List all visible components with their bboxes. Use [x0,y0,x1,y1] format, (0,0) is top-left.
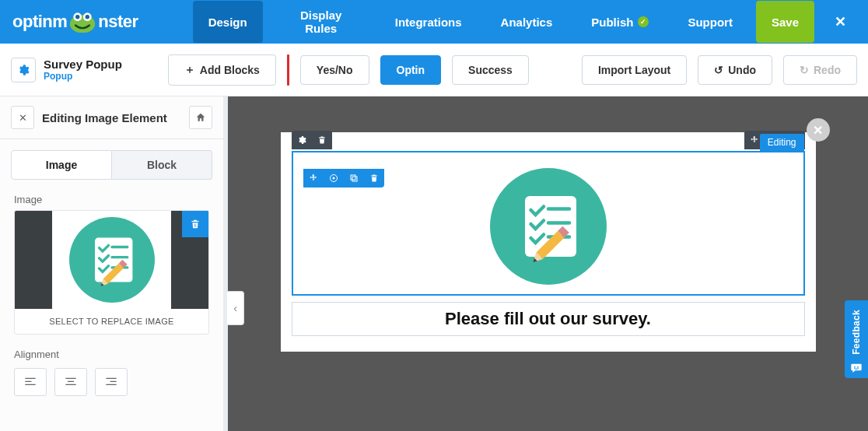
feedback-tab[interactable]: Feedback [845,300,868,378]
alignment-label: Alignment [0,342,223,365]
nav-design[interactable]: Design [193,1,263,43]
survey-clipboard-icon [490,168,607,285]
undo-icon: ↺ [714,64,723,76]
undo-label: Undo [728,64,756,76]
campaign-label: Survey Popup Popup [11,58,122,82]
trash-icon [190,218,201,230]
align-left-button[interactable] [14,368,47,396]
gear-icon [17,64,30,76]
column-toolbar [292,131,332,149]
mascot-icon [68,11,96,33]
editing-badge: Editing [760,134,804,151]
redo-label: Redo [814,64,841,76]
element-toolbar [303,169,384,187]
check-icon: ✓ [638,16,649,27]
element-settings-button[interactable] [324,169,344,187]
image-preview [15,211,208,309]
svg-point-16 [332,177,334,180]
top-nav: optinm nster Design Display Rules Integr… [0,0,868,44]
move-icon [750,135,759,145]
move-icon [309,173,318,183]
tab-image[interactable]: Image [11,150,112,180]
popup-preview: ✕ [281,132,816,352]
view-yesno-button[interactable]: Yes/No [300,55,369,85]
gear-icon [297,135,306,145]
view-divider [287,54,289,86]
close-icon: ✕ [813,123,823,138]
nav-support[interactable]: Support [672,1,748,43]
sub-toolbar: Survey Popup Popup ＋ Add Blocks Yes/No O… [0,44,868,96]
home-icon [195,112,206,123]
column-delete-button[interactable] [312,131,332,149]
view-success-button[interactable]: Success [452,55,529,85]
view-optin-button[interactable]: Optin [380,55,442,85]
nav-items: Design Display Rules Integrations Analyt… [193,1,814,43]
copy-icon [349,173,359,183]
column-settings-button[interactable] [292,131,312,149]
undo-button[interactable]: ↺ Undo [698,55,772,85]
image-picker[interactable]: SELECT TO REPLACE IMAGE [14,210,209,335]
element-delete-button[interactable] [364,169,384,187]
campaign-settings-button[interactable] [11,58,36,82]
trash-icon [317,135,327,145]
svg-point-19 [854,366,856,368]
nav-integrations[interactable]: Integrations [380,1,478,43]
delete-image-button[interactable] [182,211,208,237]
svg-point-20 [857,366,859,368]
preview-pad-left [15,211,52,309]
sidebar: ✕ Editing Image Element Image Block Imag… [0,96,228,431]
brand-logo[interactable]: optinm nster [9,11,185,33]
brand-text-pre: optinm [12,12,67,32]
chat-icon [850,363,863,373]
sidebar-home-button[interactable] [189,106,212,129]
picker-caption: SELECT TO REPLACE IMAGE [15,309,208,334]
campaign-title: Survey Popup [44,58,122,71]
close-editor-button[interactable]: ✕ [822,5,859,38]
alignment-row [0,365,223,410]
headline-text: Please fill out our survey. [445,309,651,328]
collapse-sidebar-button[interactable]: ‹ [227,291,244,325]
feedback-label: Feedback [851,307,862,358]
close-icon: ✕ [19,112,27,124]
nav-publish-label: Publish [591,16,633,29]
element-duplicate-button[interactable] [344,169,364,187]
nav-display-rules[interactable]: Display Rules [271,1,372,43]
element-move-button[interactable] [303,169,324,187]
redo-icon: ↻ [800,64,809,76]
redo-button[interactable]: ↻ Redo [783,55,857,85]
align-right-button[interactable] [95,368,128,396]
plus-icon: ＋ [184,63,195,77]
gear-icon [329,173,338,183]
survey-clipboard-icon [69,217,155,303]
selected-row[interactable]: Editing [292,151,805,296]
save-button[interactable]: Save [756,1,814,43]
sidebar-title: Editing Image Element [42,111,181,124]
import-layout-button[interactable]: Import Layout [582,55,687,85]
align-center-button[interactable] [54,368,87,396]
tab-block[interactable]: Block [112,150,212,180]
image-section-label: Image [0,187,223,210]
svg-rect-18 [352,177,357,181]
align-left-icon [24,377,37,387]
brand-text-post: nster [98,12,138,32]
chevron-left-icon: ‹ [233,302,237,314]
add-blocks-button[interactable]: ＋ Add Blocks [168,54,276,86]
add-blocks-label: Add Blocks [200,64,260,76]
align-right-icon [105,377,117,387]
campaign-type: Popup [44,71,122,82]
close-icon: ✕ [835,14,846,30]
svg-rect-17 [351,175,355,180]
sidebar-tabs: Image Block [0,139,223,187]
trash-icon [369,173,379,183]
canvas: ‹ ✕ [228,96,868,431]
main-area: ✕ Editing Image Element Image Block Imag… [0,96,868,431]
sidebar-header: ✕ Editing Image Element [0,96,223,139]
nav-analytics[interactable]: Analytics [485,1,569,43]
align-center-icon [65,377,77,387]
sidebar-close-button[interactable]: ✕ [11,106,34,129]
popup-close-button[interactable]: ✕ [807,118,830,142]
nav-publish[interactable]: Publish ✓ [576,1,664,43]
headline-element[interactable]: Please fill out our survey. [292,302,805,336]
